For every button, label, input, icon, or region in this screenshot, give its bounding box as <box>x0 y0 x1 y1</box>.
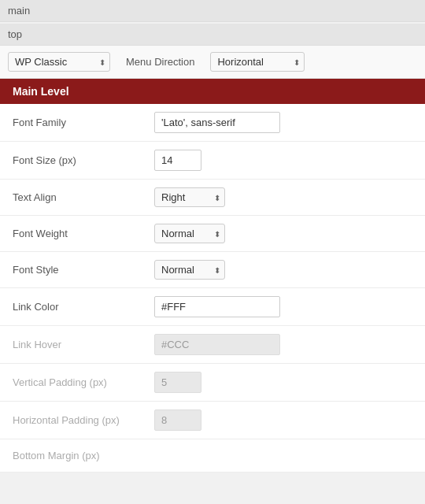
link-color-control <box>154 296 412 317</box>
horizontal-padding-input <box>154 410 201 431</box>
font-weight-select-wrapper[interactable]: Normal Bold Lighter Bolder <box>154 224 225 243</box>
font-family-input[interactable] <box>154 112 280 133</box>
font-style-select[interactable]: Normal Italic Oblique <box>154 260 225 280</box>
font-style-row: Font Style Normal Italic Oblique <box>0 252 425 288</box>
vertical-padding-row: Vertical Padding (px) <box>0 364 425 402</box>
link-color-label: Link Color <box>13 301 154 313</box>
font-size-row: Font Size (px) <box>0 142 425 180</box>
text-align-select[interactable]: Left Center Right <box>154 187 225 207</box>
horizontal-padding-row: Horizontal Padding (px) <box>0 402 425 439</box>
link-hover-control <box>154 334 412 355</box>
font-weight-control: Normal Bold Lighter Bolder <box>154 224 412 243</box>
font-style-label: Font Style <box>13 264 154 276</box>
font-weight-select[interactable]: Normal Bold Lighter Bolder <box>154 224 225 243</box>
font-size-label: Font Size (px) <box>13 154 154 166</box>
font-style-control: Normal Italic Oblique <box>154 260 412 280</box>
top-controls-row: WP Classic Theme A Theme B Menu Directio… <box>0 46 425 79</box>
font-size-control <box>154 150 412 171</box>
horizontal-padding-label: Horizontal Padding (px) <box>13 414 154 426</box>
font-family-label: Font Family <box>13 117 154 128</box>
theme-select[interactable]: WP Classic Theme A Theme B <box>8 52 110 72</box>
font-family-control <box>154 112 412 133</box>
link-color-input[interactable] <box>154 296 280 317</box>
font-size-input[interactable] <box>154 150 201 171</box>
main-level-header: Main Level <box>0 79 425 104</box>
menu-direction-label: Menu Direction <box>126 56 194 68</box>
bottom-margin-label: Bottom Margin (px) <box>13 450 154 461</box>
bottom-margin-row: Bottom Margin (px) <box>0 439 425 472</box>
font-family-row: Font Family <box>0 104 425 142</box>
text-align-control: Left Center Right <box>154 187 412 207</box>
vertical-padding-input <box>154 372 201 393</box>
font-style-select-wrapper[interactable]: Normal Italic Oblique <box>154 260 225 280</box>
main-section-header: main <box>0 0 425 22</box>
link-hover-input <box>154 334 280 355</box>
link-color-row: Link Color <box>0 288 425 326</box>
theme-select-wrapper[interactable]: WP Classic Theme A Theme B <box>8 52 110 72</box>
font-weight-row: Font Weight Normal Bold Lighter Bolder <box>0 216 425 252</box>
horizontal-padding-control <box>154 410 412 431</box>
direction-select[interactable]: Horizontal Vertical <box>210 52 305 72</box>
vertical-padding-control <box>154 372 412 393</box>
font-weight-label: Font Weight <box>13 228 154 239</box>
top-section-header: top <box>0 24 425 46</box>
text-align-select-wrapper[interactable]: Left Center Right <box>154 187 225 207</box>
link-hover-label: Link Hover <box>13 339 154 350</box>
direction-select-wrapper[interactable]: Horizontal Vertical <box>210 52 305 72</box>
text-align-label: Text Align <box>13 191 154 203</box>
settings-section: Font Family Font Size (px) Text Align Le… <box>0 104 425 472</box>
link-hover-row: Link Hover <box>0 326 425 364</box>
text-align-row: Text Align Left Center Right <box>0 180 425 216</box>
vertical-padding-label: Vertical Padding (px) <box>13 376 154 388</box>
